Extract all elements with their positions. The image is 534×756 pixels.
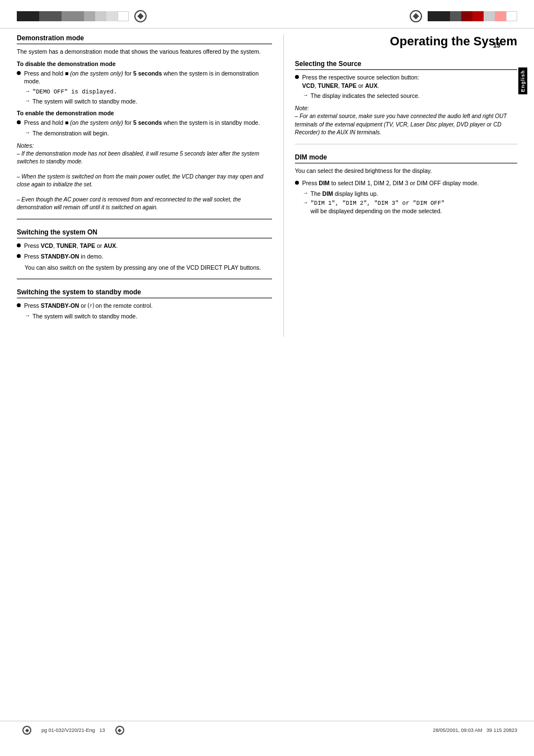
demo-intro: The system has a demonstration mode that… [17,48,272,56]
dim-arrow2-text: "DIM 1", "DIM 2", "DIM 3" or "DIM OFF" w… [311,199,444,216]
standby-bullet1: Press STANDBY-ON or ⒭ on the remote cont… [17,302,272,310]
switching-on-extra: You can also switch on the system by pre… [25,264,272,272]
enable-heading: To enable the demonstration mode [17,110,272,116]
switching-on-section: Switching the system ON Press VCD, TUNER… [17,228,272,279]
top-bar [0,0,534,29]
standby-arrow1: → The system will switch to standby mode… [25,312,272,321]
disable-heading: To disable the demonstration mode [17,60,272,67]
dim-arrow1: → The DIM display lights up. [303,190,517,198]
pattern-block [428,11,439,21]
arrow-symbol: → [303,190,308,196]
switching-standby-section: Switching the system to standby mode Pre… [17,288,272,328]
bottom-center-text: 13 [100,727,105,733]
main-content: Demonstration mode The system has a demo… [0,34,534,337]
dim-b1-text: Press DIM to select DIM 1, DIM 2, DIM 3 … [302,179,479,187]
compass-right [404,10,428,22]
bottom-right: 28/05/2001, 09:03 AM 39 115 20823 [433,727,517,733]
pattern-block [118,11,129,21]
pattern-block [506,11,517,21]
note2: – When the system is switched on from th… [17,173,272,189]
notes-block: Notes: – If the demonstration mode has n… [17,142,272,212]
switching-standby-title: Switching the system to standby mode [17,288,272,298]
pattern-block [495,11,506,21]
bottom-left: pg 01-032/V220/21-Eng 13 [17,726,130,735]
pattern-block [39,11,50,21]
disable-arrow2-text: The system will switch to standby mode. [32,97,137,106]
dim-section: DIM mode You can select the desired brig… [295,153,517,224]
disable-arrow1: → "DEMO OFF" is displayed. [25,88,272,96]
bottom-bar: pg 01-032/V220/21-Eng 13 28/05/2001, 09:… [0,721,534,739]
source-note-text: – For an external source, make sure you … [295,112,517,137]
dim-arrow2: → "DIM 1", "DIM 2", "DIM 3" or "DIM OFF"… [303,199,517,216]
dim-title: DIM mode [295,153,517,163]
dim-arrow1-text: The DIM display lights up. [311,190,378,198]
page-number: 13 [493,41,500,49]
bullet-dot [295,75,299,79]
pattern-block [84,11,95,21]
left-pattern [17,10,152,22]
pattern-block [17,11,28,21]
bullet-dot [295,181,299,185]
arrow-symbol: → [25,97,30,104]
demo-section-title: Demonstration mode [17,34,272,44]
enable-arrow1-text: The demonstration will begin. [32,129,109,138]
selecting-source-section: Selecting the Source Press the respectiv… [295,60,517,144]
arrow-symbol: → [303,199,308,205]
pattern-block [62,11,73,21]
bullet-dot [17,254,21,258]
dim-bullet1: Press DIM to select DIM 1, DIM 2, DIM 3 … [295,179,517,187]
source-bullet1: Press the respective source selection bu… [295,73,517,90]
page-title-area: Operating the System [295,34,517,51]
demo-section: Demonstration mode The system has a demo… [17,34,272,219]
bullet-dot [17,243,21,247]
pattern-block [461,11,472,21]
bottom-compass2 [110,726,130,735]
pattern-block [50,11,62,21]
source-note-label: Note: [295,105,517,111]
pattern-block [28,11,39,21]
note3: – Even though the AC power cord is remov… [17,196,272,212]
right-column: English Operating the System Selecting t… [284,34,517,337]
enable-bullet: Press and hold ■ (on the system only) fo… [17,119,272,127]
pattern-block [95,11,106,21]
english-tab: English [518,68,527,95]
disable-bullet-text: Press and hold ■ (on the system only) fo… [24,69,272,86]
pattern-block [73,11,84,21]
arrow-symbol: → [303,92,308,98]
enable-arrow1: → The demonstration will begin. [25,129,272,138]
switching-on-title: Switching the system ON [17,228,272,238]
bottom-compass [17,726,37,735]
source-b1-text: Press the respective source selection bu… [302,73,419,90]
pattern-block [484,11,495,21]
switching-on-b1-text: Press VCD, TUNER, TAPE or AUX. [24,242,118,250]
left-column: Demonstration mode The system has a demo… [17,34,284,337]
bottom-right-text: 28/05/2001, 09:03 AM [433,727,482,733]
bullet-dot [17,303,21,307]
bullet-dot [17,71,21,75]
standby-b1-text: Press STANDBY-ON or ⒭ on the remote cont… [24,302,153,310]
notes-label: Notes: [17,142,272,149]
arrow-symbol: → [25,129,30,135]
arrow-symbol: → [25,88,30,94]
bottom-left-text: pg 01-032/V220/21-Eng [41,727,95,733]
switching-on-bullet1: Press VCD, TUNER, TAPE or AUX. [17,242,272,250]
compass-left [129,10,152,22]
note1: – If the demonstration mode has not been… [17,150,272,166]
source-arrow1-text: The display indicates the selected sourc… [311,92,420,100]
switching-on-b2-text: Press STANDBY-ON in demo. [24,252,104,261]
bottom-right-extra: 39 115 20823 [486,727,517,733]
dim-intro: You can select the desired brightness fo… [295,167,517,175]
pattern-block [106,11,118,21]
switching-on-bullet2: Press STANDBY-ON in demo. [17,252,272,261]
right-pattern [404,10,517,22]
source-note-block: Note: – For an external source, make sur… [295,105,517,137]
disable-arrow1-text: "DEMO OFF" is displayed. [32,88,117,96]
disable-arrow2: → The system will switch to standby mode… [25,97,272,106]
selecting-source-title: Selecting the Source [295,60,517,70]
source-arrow1: → The display indicates the selected sou… [303,92,517,100]
arrow-symbol: → [25,312,30,318]
enable-bullet-text: Press and hold ■ (on the system only) fo… [24,119,260,127]
bullet-dot [17,120,21,124]
standby-arrow1-text: The system will switch to standby mode. [32,312,137,321]
pattern-block [450,11,461,21]
